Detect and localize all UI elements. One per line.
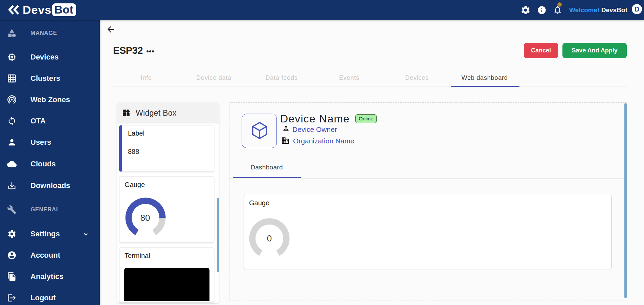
svg-text:0: 0 [267,233,272,243]
svg-text:80: 80 [140,213,150,223]
